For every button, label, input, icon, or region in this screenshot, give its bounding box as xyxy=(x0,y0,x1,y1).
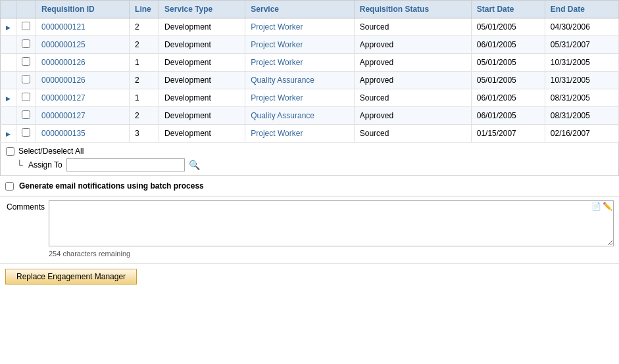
req-id-link[interactable]: 0000000127 xyxy=(41,111,86,120)
assign-search-icon[interactable]: 🔍 xyxy=(189,160,200,170)
row-checkbox[interactable] xyxy=(22,75,30,83)
service-type-cell: Development xyxy=(159,72,245,89)
service-type-cell: Development xyxy=(159,89,245,107)
service-link[interactable]: Quality Assurance xyxy=(251,76,314,85)
req-id-link[interactable]: 0000000125 xyxy=(41,40,86,49)
req-id-col-header: Requisition ID xyxy=(36,1,130,18)
table-header-row: Requisition ID Line Service Type Service… xyxy=(1,1,619,18)
req-status-cell: Sourced xyxy=(354,125,471,143)
comments-row: Comments 📄 ✏️ 254 characters remaining xyxy=(5,200,614,258)
bottom-controls: Select/Deselect All └ Assign To 🔍 xyxy=(0,143,619,176)
req-status-cell: Approved xyxy=(354,54,471,72)
expand-col-header xyxy=(1,1,16,18)
end-date-col-header: End Date xyxy=(545,1,618,18)
service-link[interactable]: Project Worker xyxy=(251,22,303,32)
line-cell: 2 xyxy=(130,36,159,54)
row-checkbox[interactable] xyxy=(22,22,30,30)
table-row: 00000001272DevelopmentQuality AssuranceA… xyxy=(1,107,619,125)
comments-textarea[interactable] xyxy=(49,200,614,246)
assign-to-input[interactable] xyxy=(66,158,185,171)
line-cell: 2 xyxy=(130,107,159,125)
end-date-cell: 08/31/2005 xyxy=(545,89,618,107)
start-date-cell: 01/15/2007 xyxy=(471,125,545,143)
line-col-header: Line xyxy=(130,1,159,18)
table-row: 00000001252DevelopmentProject WorkerAppr… xyxy=(1,36,619,54)
start-date-cell: 05/01/2005 xyxy=(471,18,545,36)
end-date-cell: 10/31/2005 xyxy=(545,72,618,89)
start-date-cell: 05/01/2005 xyxy=(471,72,545,89)
select-deselect-label: Select/Deselect All xyxy=(18,147,84,156)
expand-arrow[interactable]: ▶ xyxy=(6,24,11,31)
req-status-cell: Approved xyxy=(354,36,471,54)
expand-arrow[interactable]: ▶ xyxy=(6,131,11,137)
start-date-cell: 05/01/2005 xyxy=(471,54,545,72)
service-type-cell: Development xyxy=(159,107,245,125)
table-row: 00000001262DevelopmentQuality AssuranceA… xyxy=(1,72,619,89)
chars-remaining: 254 characters remaining xyxy=(49,250,614,258)
end-date-cell: 04/30/2006 xyxy=(545,18,618,36)
comments-section: Comments 📄 ✏️ 254 characters remaining xyxy=(0,196,619,263)
req-id-link[interactable]: 0000000135 xyxy=(41,129,86,138)
req-id-link[interactable]: 0000000126 xyxy=(41,76,86,85)
line-cell: 2 xyxy=(130,72,159,89)
service-link[interactable]: Project Worker xyxy=(251,93,303,102)
expand-arrow[interactable]: ▶ xyxy=(6,95,11,102)
req-status-cell: Approved xyxy=(354,107,471,125)
select-deselect-row: Select/Deselect All xyxy=(6,147,613,156)
email-section: Generate email notifications using batch… xyxy=(0,176,619,196)
service-link[interactable]: Project Worker xyxy=(251,40,303,49)
service-link[interactable]: Project Worker xyxy=(251,129,303,138)
comments-icons: 📄 ✏️ xyxy=(591,202,612,211)
comments-label: Comments xyxy=(5,200,45,212)
requisition-table: Requisition ID Line Service Type Service… xyxy=(0,0,619,143)
req-id-link[interactable]: 0000000127 xyxy=(41,93,86,102)
replace-engagement-manager-button[interactable]: Replace Engagement Manager xyxy=(5,269,137,284)
page-container: Requisition ID Line Service Type Service… xyxy=(0,0,619,364)
req-status-cell: Sourced xyxy=(354,89,471,107)
table-row: ▶00000001353DevelopmentProject WorkerSou… xyxy=(1,125,619,143)
service-type-cell: Development xyxy=(159,18,245,36)
start-date-col-header: Start Date xyxy=(471,1,545,18)
page-icon[interactable]: 📄 xyxy=(591,202,601,211)
button-section: Replace Engagement Manager xyxy=(0,263,619,290)
table-row: 00000001261DevelopmentProject WorkerAppr… xyxy=(1,54,619,72)
service-link[interactable]: Quality Assurance xyxy=(251,111,314,120)
checkbox-col-header xyxy=(16,1,36,18)
line-cell: 1 xyxy=(130,54,159,72)
assign-to-row: └ Assign To 🔍 xyxy=(6,158,613,171)
service-link[interactable]: Project Worker xyxy=(251,58,303,67)
start-date-cell: 06/01/2005 xyxy=(471,107,545,125)
row-checkbox[interactable] xyxy=(22,39,30,48)
service-col-header: Service xyxy=(245,1,354,18)
line-cell: 2 xyxy=(130,18,159,36)
row-checkbox[interactable] xyxy=(22,57,30,66)
end-date-cell: 02/16/2007 xyxy=(545,125,618,143)
line-cell: 1 xyxy=(130,89,159,107)
req-id-link[interactable]: 0000000126 xyxy=(41,58,86,67)
row-checkbox[interactable] xyxy=(22,110,30,119)
req-status-col-header: Requisition Status xyxy=(354,1,471,18)
service-type-col-header: Service Type xyxy=(159,1,245,18)
line-cell: 3 xyxy=(130,125,159,143)
req-status-cell: Approved xyxy=(354,72,471,89)
table-row: ▶00000001212DevelopmentProject WorkerSou… xyxy=(1,18,619,36)
row-checkbox[interactable] xyxy=(22,128,30,137)
row-checkbox[interactable] xyxy=(22,93,30,101)
end-date-cell: 05/31/2007 xyxy=(545,36,618,54)
assign-to-label: Assign To xyxy=(28,160,62,170)
req-id-link[interactable]: 0000000121 xyxy=(41,22,86,32)
service-type-cell: Development xyxy=(159,54,245,72)
service-type-cell: Development xyxy=(159,36,245,54)
start-date-cell: 06/01/2005 xyxy=(471,89,545,107)
end-date-cell: 08/31/2005 xyxy=(545,107,618,125)
table-row: ▶00000001271DevelopmentProject WorkerSou… xyxy=(1,89,619,107)
corner-indicator: └ xyxy=(16,160,23,170)
select-deselect-checkbox[interactable] xyxy=(6,147,14,156)
service-type-cell: Development xyxy=(159,125,245,143)
comments-wrapper: 📄 ✏️ 254 characters remaining xyxy=(49,200,614,258)
start-date-cell: 06/01/2005 xyxy=(471,36,545,54)
email-notifications-label: Generate email notifications using batch… xyxy=(19,181,204,191)
edit-icon[interactable]: ✏️ xyxy=(603,202,612,211)
email-notifications-checkbox[interactable] xyxy=(5,182,14,191)
end-date-cell: 10/31/2005 xyxy=(545,54,618,72)
